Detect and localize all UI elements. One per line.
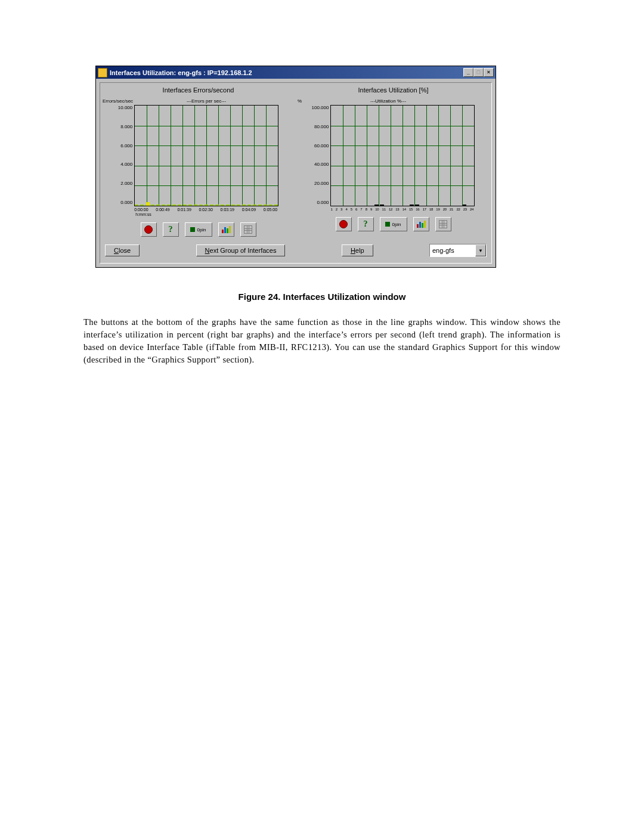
utilization-sublabel-left: %: [298, 98, 302, 104]
check-icon: [385, 222, 390, 227]
figure-caption: Figure 24. Interfaces Utilization window: [83, 292, 561, 302]
grid-icon: [439, 220, 447, 228]
stop-icon: [339, 220, 348, 228]
app-window: Interfaces Utilization: eng-gfs : IP=192…: [95, 66, 496, 268]
maximize-button[interactable]: □: [473, 68, 484, 77]
close-button[interactable]: Close: [105, 244, 140, 256]
errors-pin-button[interactable]: 0pin: [185, 222, 212, 237]
errors-chart-title: Interfaces Errors/second: [163, 86, 234, 94]
errors-series-button[interactable]: [218, 222, 234, 237]
utilization-x-axis: 123456789101112131415161718192021222324: [330, 208, 473, 211]
bars-icon: [417, 221, 426, 228]
utilization-chart: Interfaces Utilization [%] % ---Utilizat…: [299, 85, 488, 237]
utilization-toolbar: ? 0pin: [336, 217, 451, 231]
errors-chart: Interfaces Errors/second Errors/sec/sec …: [104, 85, 293, 237]
errors-help-button[interactable]: ?: [163, 222, 179, 237]
window-title: Interfaces Utilization: eng-gfs : IP=192…: [110, 69, 252, 76]
app-icon: [98, 68, 107, 78]
close-window-button[interactable]: ×: [484, 68, 494, 77]
utilization-sublabel-mid: ---Utilization %---: [370, 98, 406, 104]
close-label-rest: lose: [119, 247, 131, 254]
help-button[interactable]: Help: [342, 244, 373, 256]
errors-y-axis: 10.0008.0006.0004.0002.0000.000: [118, 105, 134, 205]
question-icon: ?: [169, 225, 173, 234]
utilization-grid-button[interactable]: [435, 217, 451, 231]
errors-plot-area: [134, 105, 278, 206]
body-paragraph: The buttons at the bottom of the graphs …: [83, 316, 561, 366]
help-label-rest: elp: [355, 247, 364, 254]
errors-sublabel-left: Errors/sec/sec: [103, 98, 133, 104]
next-label-rest: ext Group of Interfaces: [210, 247, 277, 254]
question-icon: ?: [364, 219, 368, 229]
chevron-down-icon[interactable]: ▼: [475, 244, 486, 256]
errors-sublabel-mid: ---Errors per sec---: [187, 98, 226, 104]
errors-grid-button[interactable]: [240, 222, 256, 237]
utilization-help-button[interactable]: ?: [358, 217, 374, 231]
grid-icon: [244, 225, 252, 234]
stop-icon: [144, 225, 153, 234]
errors-x-footer: h:mm:ss: [134, 212, 278, 216]
check-icon: [190, 227, 195, 232]
errors-x-axis: 0:00:000:00:490:01:390:02:300:03:190:04:…: [134, 208, 277, 212]
utilization-series-button[interactable]: [413, 217, 429, 231]
utilization-chart-title: Interfaces Utilization [%]: [358, 86, 429, 94]
device-combo-value: eng-gfs: [432, 247, 454, 254]
errors-toolbar: ? 0pin: [141, 222, 256, 237]
dialog-button-row: Close Next Group of Interfaces Help eng-…: [104, 241, 488, 257]
minimize-button[interactable]: _: [463, 68, 473, 77]
device-combo[interactable]: eng-gfs ▼: [429, 244, 487, 257]
next-group-button[interactable]: Next Group of Interfaces: [196, 244, 286, 256]
utilization-plot-area: [330, 105, 475, 206]
utilization-pin-button[interactable]: 0pin: [380, 217, 407, 231]
titlebar: Interfaces Utilization: eng-gfs : IP=192…: [96, 66, 496, 79]
errors-stop-button[interactable]: [141, 222, 157, 237]
utilization-y-axis: 100.00080.00060.00040.00020.0000.000: [312, 105, 331, 205]
utilization-stop-button[interactable]: [336, 217, 352, 231]
bars-icon: [222, 226, 231, 233]
